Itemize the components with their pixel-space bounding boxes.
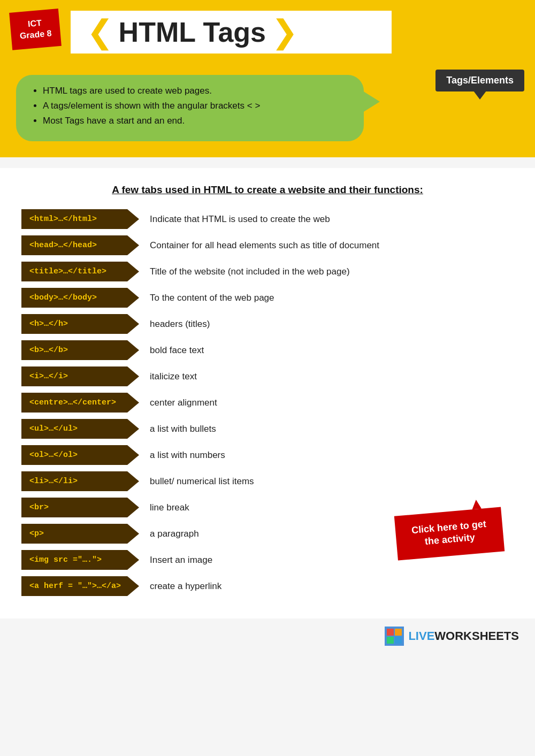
tag-description: Title of the website (not included in th… (150, 266, 514, 277)
tag-row: <body>…</body>To the content of the web … (21, 288, 514, 308)
main-content: A few tabs used in HTML to create a webs… (0, 168, 535, 618)
tag-label: <br> (21, 498, 139, 517)
tag-label: <a herf = "…">…</a> (21, 576, 139, 596)
tags-elements-badge: Tags/Elements (435, 70, 524, 91)
logo-icon (385, 627, 404, 646)
tag-label: <head>…</head> (21, 235, 139, 255)
tag-row: <p>a paragraphClick here to get the acti… (21, 524, 514, 544)
tag-label: <ol>…</ol> (21, 445, 139, 465)
tag-description: create a hyperlink (150, 581, 514, 592)
tag-row: <li>…</li>bullet/ numerical list items (21, 471, 514, 491)
tag-description: italicize text (150, 371, 514, 382)
header-section: ICT Grade 8 ❮ HTML Tags ❯ Tags/Elements … (0, 0, 535, 157)
tag-row: <i>…</i>italicize text (21, 366, 514, 386)
liveworksheets-logo: LIVEWORKSHEETS (385, 627, 519, 646)
tags-list: <html>…</html>Indicate that HTML is used… (21, 209, 514, 596)
tag-label: <centre>…</center> (21, 393, 139, 413)
tag-label: <li>…</li> (21, 471, 139, 491)
info-bullets-list: HTML tags are used to create web pages.A… (32, 86, 348, 126)
tag-label: <body>…</body> (21, 288, 139, 308)
tag-label: <b>…</b> (21, 340, 139, 360)
tag-row: <h>…</h>headers (titles) (21, 314, 514, 334)
tag-description: a list with numbers (150, 450, 514, 461)
tag-row: <html>…</html>Indicate that HTML is used… (21, 209, 514, 229)
tag-description: bullet/ numerical list items (150, 476, 514, 487)
tag-description: headers (titles) (150, 319, 514, 330)
logo-live: LIVE (408, 629, 434, 643)
tag-description: Insert an image (150, 555, 514, 566)
info-bullet-item: A tags/element is shown with the angular… (43, 101, 348, 111)
tag-row: <centre>…</center>center alignment (21, 393, 514, 413)
badge-line1: ICT (27, 18, 42, 28)
tag-label: <html>…</html> (21, 209, 139, 229)
tag-description: Container for all head elements such as … (150, 240, 514, 251)
ict-badge: ICT Grade 8 (9, 9, 61, 50)
tag-description: To the content of the web page (150, 293, 514, 303)
tag-row: <head>…</head>Container for all head ele… (21, 235, 514, 255)
tag-label: <h>…</h> (21, 314, 139, 334)
info-bullet-item: Most Tags have a start and an end. (43, 116, 348, 126)
tag-label: <img src ="…."> (21, 550, 139, 570)
tag-description: Indicate that HTML is used to create the… (150, 214, 514, 225)
tag-description: center alignment (150, 398, 514, 408)
info-bubble: HTML tags are used to create web pages.A… (16, 75, 364, 141)
tag-row: <title>…</title>Title of the website (no… (21, 262, 514, 281)
title-container: ❮ HTML Tags ❯ (71, 11, 392, 54)
chevron-left-icon: ❮ (87, 16, 113, 48)
header: ICT Grade 8 ❮ HTML Tags ❯ (0, 0, 535, 64)
badge-line2: Grade 8 (19, 28, 52, 40)
tag-row: <img src ="….">Insert an image (21, 550, 514, 570)
logo-text: LIVEWORKSHEETS (408, 629, 519, 643)
tag-description: bold face text (150, 345, 514, 356)
footer: LIVEWORKSHEETS (0, 618, 535, 654)
tag-row: <ul>…</ul>a list with bullets (21, 419, 514, 439)
tag-row: <a herf = "…">…</a>create a hyperlink (21, 576, 514, 596)
tag-label: <ul>…</ul> (21, 419, 139, 439)
tag-row: <ol>…</ol>a list with numbers (21, 445, 514, 465)
tag-description: a list with bullets (150, 424, 514, 434)
tag-row: <b>…</b>bold face text (21, 340, 514, 360)
page-title: HTML Tags (119, 16, 266, 48)
info-bullet-item: HTML tags are used to create web pages. (43, 86, 348, 96)
chevron-right-icon: ❯ (271, 16, 298, 48)
tag-label: <title>…</title> (21, 262, 139, 281)
logo-worksheets: WORKSHEETS (434, 629, 519, 643)
section-heading: A few tabs used in HTML to create a webs… (21, 184, 514, 196)
tag-label: <p> (21, 524, 139, 544)
tag-label: <i>…</i> (21, 366, 139, 386)
